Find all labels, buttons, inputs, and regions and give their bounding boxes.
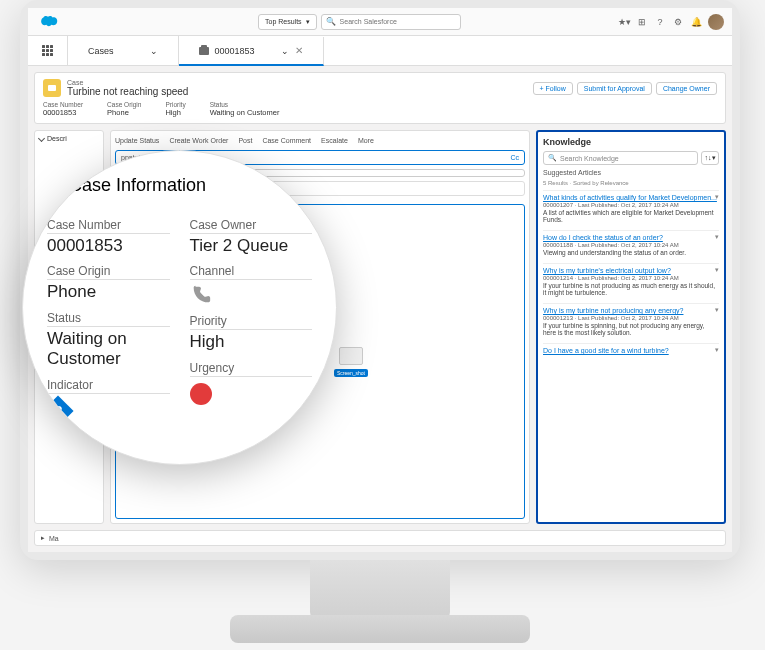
- chevron-down-icon[interactable]: ▾: [715, 233, 719, 241]
- chevron-down-icon: [38, 135, 45, 142]
- section-title: Case Information: [69, 175, 206, 196]
- attached-file[interactable]: Screen_shot: [334, 347, 368, 377]
- field-value: 00001853: [47, 236, 170, 256]
- add-icon[interactable]: ⊞: [636, 16, 648, 28]
- field-label: Priority: [190, 314, 313, 330]
- field-label: Channel: [190, 264, 313, 280]
- tab-label: 00001853: [215, 46, 255, 56]
- section-toggle[interactable]: Descri: [39, 135, 99, 142]
- field-label: Indicator: [47, 378, 170, 394]
- bottom-panel[interactable]: ▸Ma: [34, 530, 726, 546]
- phone-icon: [190, 284, 212, 306]
- cc-button[interactable]: Cc: [510, 154, 519, 161]
- search-icon: 🔍: [326, 17, 336, 26]
- global-header: Top Results ▾ 🔍 ★▾ ⊞ ? ⚙ 🔔: [28, 8, 732, 36]
- section-label: Descri: [47, 135, 67, 142]
- chevron-down-icon: ▾: [306, 18, 310, 26]
- record-header: Case Turbine not reaching speed + Follow…: [34, 72, 726, 124]
- action-escalate[interactable]: Escalate: [321, 137, 348, 144]
- tab-cases[interactable]: Cases ⌄: [68, 36, 179, 65]
- knowledge-article[interactable]: What kinds of activities qualify for Mar…: [543, 190, 719, 226]
- field-value: High: [190, 332, 313, 352]
- action-more[interactable]: More: [358, 137, 374, 144]
- field-label: Urgency: [190, 361, 313, 377]
- file-thumbnail-icon: [339, 347, 363, 365]
- field-value: Tier 2 Queue: [190, 236, 313, 256]
- salesforce-logo: [36, 14, 60, 30]
- chevron-down-icon[interactable]: ⌄: [150, 46, 158, 56]
- action-post[interactable]: Post: [238, 137, 252, 144]
- sort-button[interactable]: ↑↓▾: [701, 151, 719, 165]
- knowledge-search[interactable]: 🔍 Search Knowledge: [543, 151, 698, 165]
- field-label: Case Owner: [190, 218, 313, 234]
- knowledge-panel: Knowledge 🔍 Search Knowledge ↑↓▾ Suggest…: [536, 130, 726, 524]
- knowledge-article[interactable]: How do I check the status of an order? 0…: [543, 230, 719, 259]
- global-search[interactable]: 🔍: [321, 14, 461, 30]
- field-label: Case Origin: [107, 101, 141, 108]
- search-scope-dropdown[interactable]: Top Results ▾: [258, 14, 317, 30]
- close-tab-icon[interactable]: ✕: [295, 45, 303, 56]
- record-type: Case: [67, 79, 188, 86]
- field-value: Phone: [107, 108, 141, 117]
- submit-approval-button[interactable]: Submit for Approval: [577, 82, 652, 95]
- knowledge-article[interactable]: Do I have a good site for a wind turbine…: [543, 343, 719, 357]
- app-launcher-icon: [42, 45, 53, 56]
- user-avatar[interactable]: [708, 14, 724, 30]
- field-label: Status: [210, 101, 280, 108]
- knowledge-article[interactable]: Why is my turbine's electrical output lo…: [543, 263, 719, 299]
- search-scope-label: Top Results: [265, 18, 302, 25]
- field-label: Case Origin: [47, 264, 170, 280]
- field-value: Waiting on Customer: [210, 108, 280, 117]
- case-icon: [43, 79, 61, 97]
- notifications-icon[interactable]: 🔔: [690, 16, 702, 28]
- search-input[interactable]: [340, 18, 456, 25]
- urgency-indicator-icon: [190, 383, 212, 405]
- chevron-down-icon[interactable]: ⌄: [281, 46, 289, 56]
- field-label: Case Number: [43, 101, 83, 108]
- panel-title: Knowledge: [543, 137, 719, 147]
- field-value: 00001853: [43, 108, 83, 117]
- section-heading: Suggested Articles: [543, 169, 719, 176]
- briefcase-icon: [199, 47, 209, 55]
- results-meta: 5 Results · Sorted by Relevance: [543, 180, 719, 186]
- chevron-down-icon[interactable]: ▾: [715, 266, 719, 274]
- action-update-status[interactable]: Update Status: [115, 137, 159, 144]
- file-chip: Screen_shot: [334, 369, 368, 377]
- favorites-icon[interactable]: ★▾: [618, 16, 630, 28]
- setup-gear-icon[interactable]: ⚙: [672, 16, 684, 28]
- nav-tabs: Cases ⌄ 00001853 ⌄ ✕: [28, 36, 732, 66]
- chevron-down-icon[interactable]: ▾: [715, 346, 719, 354]
- action-create-work-order[interactable]: Create Work Order: [169, 137, 228, 144]
- change-owner-button[interactable]: Change Owner: [656, 82, 717, 95]
- article-desc: Viewing and understanding the status of …: [543, 249, 719, 256]
- field-value: Phone: [47, 282, 170, 302]
- tab-label: Cases: [88, 46, 114, 56]
- app-launcher[interactable]: [28, 36, 68, 65]
- article-desc: If your turbine is spinning, but not pro…: [543, 322, 719, 336]
- field-value: High: [165, 108, 185, 117]
- field-label: Case Number: [47, 218, 170, 234]
- article-link[interactable]: Why is my turbine not producing any ener…: [543, 307, 719, 314]
- search-placeholder: Search Knowledge: [560, 155, 619, 162]
- article-link[interactable]: What kinds of activities qualify for Mar…: [543, 194, 719, 201]
- chevron-down-icon[interactable]: ▾: [715, 193, 719, 201]
- article-link[interactable]: Why is my turbine's electrical output lo…: [543, 267, 719, 274]
- article-link[interactable]: How do I check the status of an order?: [543, 234, 719, 241]
- follow-button[interactable]: + Follow: [533, 82, 573, 95]
- action-case-comment[interactable]: Case Comment: [262, 137, 311, 144]
- chevron-right-icon: ▸: [41, 534, 45, 542]
- search-icon: 🔍: [548, 154, 557, 162]
- article-desc: If your turbine is not producing as much…: [543, 282, 719, 296]
- field-value: Waiting on Customer: [47, 329, 170, 370]
- knowledge-article[interactable]: Why is my turbine not producing any ener…: [543, 303, 719, 339]
- article-desc: A list of activities which are eligible …: [543, 209, 719, 223]
- action-bar: Update Status Create Work Order Post Cas…: [115, 135, 525, 146]
- zoom-lens: Case Information Case Number 00001853 Ca…: [22, 150, 337, 465]
- field-label: Status: [47, 311, 170, 327]
- chevron-down-icon[interactable]: ▾: [715, 306, 719, 314]
- record-title: Turbine not reaching speed: [67, 86, 188, 97]
- field-label: Priority: [165, 101, 185, 108]
- help-icon[interactable]: ?: [654, 16, 666, 28]
- article-link[interactable]: Do I have a good site for a wind turbine…: [543, 347, 719, 354]
- tab-case-record[interactable]: 00001853 ⌄ ✕: [179, 37, 324, 66]
